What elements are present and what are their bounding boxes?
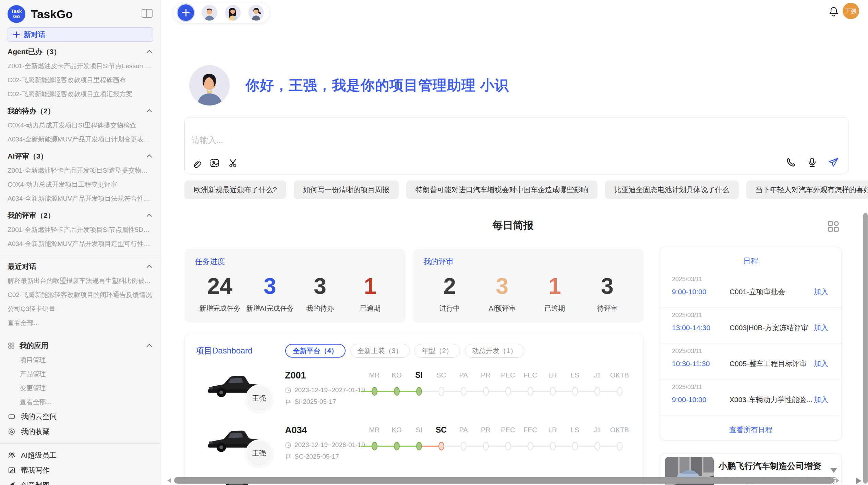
horizontal-scrollbar[interactable]: [174, 477, 834, 484]
join-link[interactable]: 加入: [814, 359, 828, 369]
project-list: 王强 Z001 2023-12-19~2027-01-19 SI-2025-05…: [185, 334, 643, 485]
chevron-up-icon[interactable]: [147, 213, 152, 219]
project-flag-milestone: SI-2025-05-17: [294, 398, 336, 406]
sidebar-task-item[interactable]: A034-全新新能源MUV产品开发项目造型可行性评审: [8, 237, 153, 251]
sidebar-item-favorites[interactable]: 我的收藏: [8, 424, 153, 439]
suggestion-chip[interactable]: 比亚迪全固态电池计划具体说了什么: [605, 181, 739, 199]
sidebar-app-item[interactable]: 项目管理: [8, 353, 153, 367]
chevron-up-icon[interactable]: [147, 154, 152, 160]
sidebar-item-ai-staff[interactable]: AI超级员工: [8, 448, 153, 463]
agent-avatar-3[interactable]: [248, 5, 264, 21]
milestone-node: [372, 442, 377, 450]
schedule-date: 2025/03/11: [672, 348, 828, 355]
sidebar-task-item[interactable]: Z001-全新燃油皮卡产品开发项目SI节点Lesson Learn报告: [8, 59, 153, 73]
timeline-segment: [419, 391, 441, 392]
chevron-up-icon[interactable]: [147, 50, 152, 55]
view-all-schedule-link[interactable]: 查看所有日程: [660, 425, 841, 435]
new-chat-label: 新对话: [24, 30, 45, 39]
group-item-list: Z001-全新燃油轻卡产品开发项目SI造型提交物评审C0X4-动力总成开发项目工…: [8, 163, 153, 206]
microphone-icon[interactable]: [806, 157, 818, 168]
sidebar-item-creative-draw[interactable]: 创意制图: [8, 478, 153, 485]
project-row[interactable]: 王强 Z001 2023-12-19~2027-01-19 SI-2025-05…: [185, 369, 644, 422]
sidebar-app-item[interactable]: 变更管理: [8, 381, 153, 395]
briefing-layout-icon[interactable]: [827, 220, 840, 234]
assistant-avatar: [189, 65, 230, 105]
send-icon[interactable]: [828, 157, 839, 168]
agent-avatar-1[interactable]: [202, 5, 217, 21]
new-chat-button[interactable]: 新对话: [8, 27, 153, 42]
chevron-up-icon[interactable]: [147, 344, 152, 349]
sidebar-item-cloud-space[interactable]: 我的云空间: [8, 409, 153, 424]
task-progress-stats: 24 新增完成任务 3 新增AI完成任务 3 我的待办 1 已逾期: [195, 268, 395, 313]
milestone-node: [594, 387, 600, 396]
recent-chat-item[interactable]: 解释最新出台的欧盟报废车法规再生塑料比例被调至15%...: [8, 274, 153, 288]
app-logo-line1: Task: [11, 9, 22, 14]
timeline-segment: [374, 446, 397, 447]
timeline-segment: [597, 391, 619, 392]
group-header-my-todo[interactable]: 我的待办（2）: [8, 104, 153, 118]
join-link[interactable]: 加入: [814, 323, 828, 333]
add-agent-button[interactable]: [178, 4, 194, 21]
group-header-recent[interactable]: 最近对话: [8, 259, 153, 274]
sidebar-group-apps: 我的应用 项目管理产品管理变更管理查看全部...: [8, 338, 153, 409]
stat-value: 2: [423, 268, 476, 304]
timeline-segment: [553, 446, 575, 447]
chevron-up-icon[interactable]: [147, 109, 152, 114]
scroll-down-indicator[interactable]: [830, 468, 837, 473]
user-avatar-badge[interactable]: 王强: [843, 3, 859, 19]
timeline-segment: [530, 446, 553, 447]
project-flag: SI-2025-05-17: [285, 398, 336, 406]
milestone-node: [438, 442, 444, 450]
timeline-segment: [508, 446, 530, 447]
pen-icon: [8, 481, 16, 485]
group-header-agent-done[interactable]: Agent已办（3）: [8, 45, 153, 59]
sidebar-app-item[interactable]: 查看全部...: [8, 395, 153, 409]
group-header-apps[interactable]: 我的应用: [8, 338, 153, 353]
clock-icon: [285, 387, 291, 394]
suggestion-chip[interactable]: 特朗普可能对进口汽车增税会对中国车企造成哪些影响: [406, 181, 598, 199]
hscroll-left-arrow[interactable]: [167, 478, 171, 483]
sidebar-task-item[interactable]: C0X4-动力总成开发项目SI里程碑提交物检查: [8, 118, 153, 132]
notification-bell-icon[interactable]: [828, 5, 840, 19]
stat: 1 已逾期: [529, 268, 581, 313]
chevron-up-icon[interactable]: [147, 264, 152, 270]
scissors-icon[interactable]: [227, 157, 239, 169]
project-row[interactable]: 王强 A034 2023-12-19~2026-01-19 SC-2025-05…: [185, 423, 644, 476]
scroll-right-indicator[interactable]: [856, 477, 861, 484]
suggestion-chip[interactable]: 欧洲新规最近颁布了什么?: [184, 181, 286, 199]
sidebar-item-help-write[interactable]: 帮我写作: [8, 463, 153, 478]
project-dates: 2023-12-19~2026-01-19: [285, 441, 365, 449]
milestone-node: [617, 442, 623, 450]
timeline-segment: [374, 391, 397, 392]
join-link[interactable]: 加入: [814, 287, 828, 297]
group-header-ai-review[interactable]: AI评审（3）: [8, 149, 153, 163]
task-progress-card: 任务进度 24 新增完成任务 3 新增AI完成任务 3 我的待办 1 已逾期: [184, 249, 406, 323]
sidebar-task-item[interactable]: C02-飞腾新能源轻客改款项目立项汇报方案: [8, 87, 153, 101]
recent-chat-item[interactable]: 公司Q3轻卡销量: [8, 302, 153, 316]
sidebar-task-item[interactable]: Z001-全新燃油轻卡产品开发项目SI节点属性5D文件评审: [8, 223, 153, 237]
group-header-my-review[interactable]: 我的评审（2）: [8, 208, 153, 223]
recent-view-all[interactable]: 查看全部...: [8, 316, 153, 330]
agent-avatar-2[interactable]: [225, 5, 241, 21]
phone-icon[interactable]: [785, 157, 797, 168]
sidebar-task-item[interactable]: Z001-全新燃油轻卡产品开发项目SI造型提交物评审: [8, 163, 153, 177]
sidebar-task-item[interactable]: C02-飞腾新能源轻客改款项目里程碑画布: [8, 73, 153, 87]
hscroll-right-arrow[interactable]: [836, 478, 840, 483]
agent-switcher: [173, 2, 270, 23]
recent-chat-item[interactable]: C02-飞腾新能源轻客改款项目的闭环通告反馈情况: [8, 288, 153, 302]
sidebar-collapse-icon[interactable]: [142, 9, 153, 18]
vertical-scrollbar[interactable]: [863, 213, 868, 484]
attachment-icon[interactable]: [190, 157, 202, 169]
image-icon[interactable]: [209, 157, 220, 169]
stat-value: 3: [476, 268, 528, 304]
sidebar-task-item[interactable]: A034-全新新能源MUV产品开发项目计划变更表编写: [8, 132, 153, 146]
sidebar-task-item[interactable]: A034-全新新能源MUV产品开发项目法规符合性评审: [8, 191, 153, 206]
sidebar-group-recent: 最近对话 解释最新出台的欧盟报废车法规再生塑料比例被调至15%...C02-飞腾…: [8, 259, 153, 330]
join-link[interactable]: 加入: [814, 395, 828, 405]
stat: 2 进行中: [423, 268, 476, 313]
sidebar-app-item[interactable]: 产品管理: [8, 367, 153, 381]
suggestion-chip[interactable]: 当下年轻人对汽车外观有怎样的喜好趋势: [746, 181, 868, 199]
suggestion-chip[interactable]: 如何写一份清晰的项目周报: [294, 181, 399, 199]
sidebar-task-item[interactable]: C0X4-动力总成开发项目工程变更评审: [8, 177, 153, 191]
chat-input[interactable]: [192, 135, 672, 145]
